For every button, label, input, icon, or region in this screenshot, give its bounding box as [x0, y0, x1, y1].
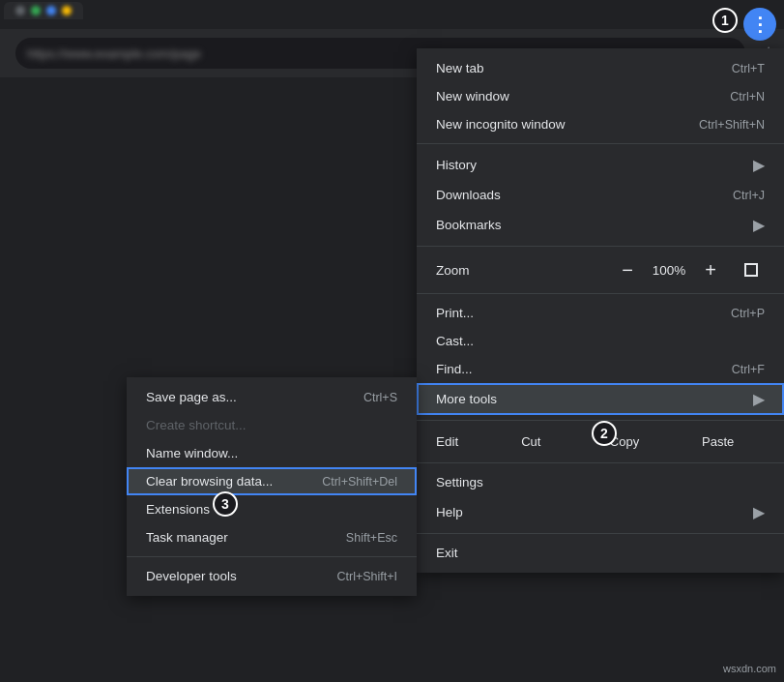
submenu-item-create-shortcut[interactable]: Create shortcut...: [127, 411, 417, 439]
menu-item-new-tab[interactable]: New tab Ctrl+T: [417, 54, 784, 82]
chrome-menu-button[interactable]: ⋮: [743, 8, 776, 41]
menu-item-downloads[interactable]: Downloads Ctrl+J: [417, 181, 784, 209]
zoom-row: Zoom − 100% +: [417, 252, 784, 288]
zoom-value-display: 100%: [651, 263, 687, 278]
url-text: https://www.example.com/page: [27, 46, 201, 61]
help-arrow-icon: ▶: [753, 503, 765, 521]
tab-favicon-3: [46, 6, 56, 15]
menu-item-new-incognito[interactable]: New incognito window Ctrl+Shift+N: [417, 110, 784, 138]
submenu-item-developer-tools-label: Developer tools: [146, 569, 237, 583]
menu-item-history[interactable]: History ▶: [417, 149, 784, 181]
zoom-plus-button[interactable]: +: [697, 256, 724, 283]
paste-button[interactable]: Paste: [671, 430, 765, 453]
zoom-label: Zoom: [436, 263, 614, 278]
menu-item-settings[interactable]: Settings: [417, 468, 784, 496]
menu-item-find-label: Find...: [436, 362, 716, 376]
submenu-item-extensions[interactable]: Extensions: [127, 495, 417, 523]
divider-5: [417, 462, 784, 463]
menu-item-new-window-shortcut: Ctrl+N: [730, 90, 765, 104]
tab-favicon-2: [31, 6, 41, 15]
menu-item-new-tab-label: New tab: [436, 61, 716, 75]
submenu-item-developer-tools-shortcut: Ctrl+Shift+I: [336, 570, 397, 583]
divider-1: [417, 143, 784, 144]
edit-label: Edit: [436, 434, 484, 449]
menu-item-print[interactable]: Print... Ctrl+P: [417, 299, 784, 327]
menu-item-help[interactable]: Help ▶: [417, 496, 784, 528]
active-tab[interactable]: [4, 2, 83, 19]
menu-item-cast[interactable]: Cast...: [417, 327, 784, 355]
more-tools-arrow-icon: ▶: [753, 390, 765, 408]
step-3-indicator: 3: [213, 491, 238, 517]
submenu-item-extensions-label: Extensions: [146, 502, 210, 517]
submenu-item-clear-browsing-label: Clear browsing data...: [146, 474, 273, 489]
submenu-item-save-page[interactable]: Save page as... Ctrl+S: [127, 383, 417, 411]
submenu-item-task-manager-shortcut: Shift+Esc: [346, 531, 397, 545]
watermark: wsxdn.com: [723, 663, 776, 674]
bookmarks-arrow-icon: ▶: [753, 216, 765, 234]
history-arrow-icon: ▶: [753, 156, 765, 174]
menu-item-bookmarks-label: Bookmarks: [436, 218, 745, 232]
submenu-item-save-page-label: Save page as...: [146, 390, 237, 404]
chrome-menu: New tab Ctrl+T New window Ctrl+N New inc…: [417, 48, 784, 573]
menu-item-history-label: History: [436, 158, 745, 172]
menu-item-exit[interactable]: Exit: [417, 539, 784, 567]
submenu-item-create-shortcut-label: Create shortcut...: [146, 418, 247, 432]
more-tools-submenu: Save page as... Ctrl+S Create shortcut..…: [127, 377, 417, 596]
menu-item-more-tools[interactable]: More tools ▶: [417, 383, 784, 415]
submenu-item-task-manager-label: Task manager: [146, 530, 228, 545]
divider-2: [417, 246, 784, 247]
menu-item-new-tab-shortcut: Ctrl+T: [732, 62, 765, 75]
zoom-minus-button[interactable]: −: [614, 256, 641, 283]
submenu-item-clear-browsing[interactable]: Clear browsing data... Ctrl+Shift+Del: [127, 467, 417, 495]
menu-item-exit-label: Exit: [436, 546, 765, 560]
menu-item-downloads-shortcut: Ctrl+J: [733, 189, 765, 202]
tab-favicon-4: [62, 6, 72, 15]
divider-3: [417, 293, 784, 294]
menu-item-print-shortcut: Ctrl+P: [731, 307, 765, 320]
submenu-divider-1: [127, 556, 417, 557]
submenu-item-name-window-label: Name window...: [146, 446, 238, 460]
tab-row: [0, 0, 784, 29]
submenu-item-name-window[interactable]: Name window...: [127, 439, 417, 467]
submenu-item-clear-browsing-shortcut: Ctrl+Shift+Del: [322, 475, 397, 489]
menu-item-find[interactable]: Find... Ctrl+F: [417, 355, 784, 383]
fullscreen-button[interactable]: [738, 256, 765, 283]
zoom-controls: − 100% +: [614, 256, 765, 283]
menu-item-bookmarks[interactable]: Bookmarks ▶: [417, 209, 784, 241]
menu-item-downloads-label: Downloads: [436, 188, 717, 202]
menu-item-settings-label: Settings: [436, 475, 765, 489]
menu-item-new-incognito-shortcut: Ctrl+Shift+N: [699, 118, 765, 132]
divider-6: [417, 533, 784, 534]
menu-item-cast-label: Cast...: [436, 334, 765, 348]
fullscreen-icon: [744, 263, 758, 277]
menu-item-more-tools-label: More tools: [436, 392, 745, 406]
step-2-indicator: 2: [592, 421, 617, 446]
submenu-item-save-page-shortcut: Ctrl+S: [363, 391, 397, 404]
menu-item-new-window-label: New window: [436, 89, 714, 104]
tab-favicon: [15, 6, 25, 15]
cut-button[interactable]: Cut: [484, 430, 578, 453]
submenu-item-task-manager[interactable]: Task manager Shift+Esc: [127, 523, 417, 551]
submenu-item-developer-tools[interactable]: Developer tools Ctrl+Shift+I: [127, 562, 417, 590]
step-1-indicator: 1: [712, 8, 738, 33]
menu-item-help-label: Help: [436, 505, 745, 519]
menu-item-print-label: Print...: [436, 306, 715, 320]
menu-item-find-shortcut: Ctrl+F: [732, 363, 765, 376]
menu-item-new-incognito-label: New incognito window: [436, 117, 683, 132]
menu-item-new-window[interactable]: New window Ctrl+N: [417, 82, 784, 110]
